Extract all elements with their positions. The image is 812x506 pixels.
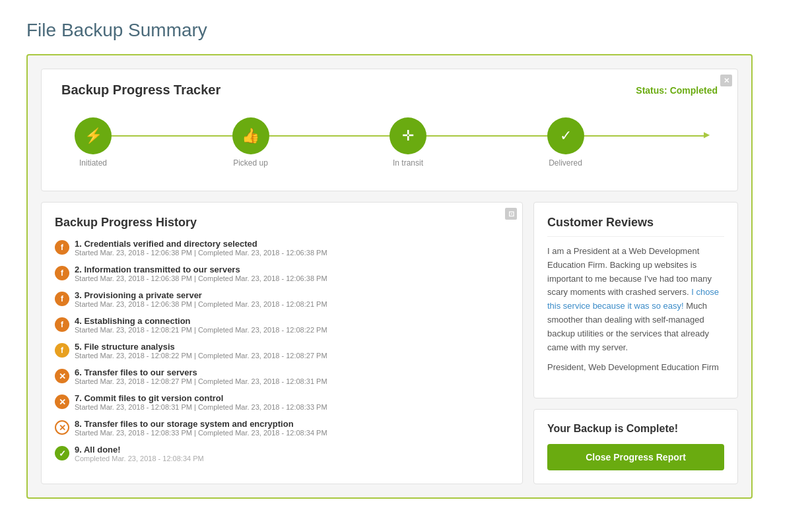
history-item-title-7: 7. Commit files to git version control — [75, 393, 327, 403]
history-item: ✓ 9. All done! Completed Mar. 23, 2018 -… — [55, 445, 509, 462]
history-item: f 4. Establishing a connection Started M… — [55, 316, 509, 334]
history-item-time-5: Started Mar. 23, 2018 - 12:08:22 PM | Co… — [75, 352, 327, 360]
history-title: Backup Progress History — [55, 216, 509, 230]
history-item-title-1: 1. Credentials verified and directory se… — [75, 239, 327, 249]
tracker-title: Backup Progress Tracker — [61, 82, 220, 98]
history-item-text-7: 7. Commit files to git version control S… — [75, 393, 327, 411]
step-circle-delivered: ✓ — [547, 117, 584, 154]
history-item-icon-5: f — [55, 343, 69, 358]
history-item: ✕ 8. Transfer files to our storage syste… — [55, 419, 509, 437]
history-item-title-6: 6. Transfer files to our servers — [75, 367, 327, 377]
history-item-text-3: 3. Provisioning a private server Started… — [75, 290, 327, 308]
history-item: ✕ 6. Transfer files to our servers Start… — [55, 367, 509, 385]
right-column: Customer Reviews I am a President at a W… — [533, 202, 738, 484]
reviews-section: Customer Reviews I am a President at a W… — [533, 202, 738, 398]
history-item-text-2: 2. Information transmitted to our server… — [75, 265, 327, 282]
history-item-title-4: 4. Establishing a connection — [75, 316, 327, 326]
history-item-time-4: Started Mar. 23, 2018 - 12:08:21 PM | Co… — [75, 326, 327, 334]
reviews-body: I am a President at a Web Development Ed… — [547, 245, 724, 354]
bottom-row: ⊡ Backup Progress History f 1. Credentia… — [41, 202, 738, 484]
history-item-icon-1: f — [55, 240, 69, 255]
step-initiated: ⚡ Initiated — [75, 117, 112, 168]
history-item: f 1. Credentials verified and directory … — [55, 239, 509, 257]
page-title: File Backup Summary — [26, 20, 786, 41]
history-item-title-2: 2. Information transmitted to our server… — [75, 265, 327, 274]
history-item-title-8: 8. Transfer files to our storage system … — [75, 419, 327, 429]
main-container: ✕ Backup Progress Tracker Status: Comple… — [26, 54, 753, 499]
history-item-text-5: 5. File structure analysis Started Mar. … — [75, 342, 327, 360]
tracker-status: Status: Completed — [636, 85, 718, 96]
history-item-icon-7: ✕ — [55, 395, 69, 409]
history-item-text-9: 9. All done! Completed Mar. 23, 2018 - 1… — [75, 445, 204, 462]
history-item-title-3: 3. Provisioning a private server — [75, 290, 327, 300]
step-circle-picked-up: 👍 — [232, 117, 269, 154]
step-circle-in-transit: ✛ — [389, 117, 426, 154]
connector-1 — [112, 135, 232, 137]
history-item-time-1: Started Mar. 23, 2018 - 12:06:38 PM | Co… — [75, 249, 327, 257]
step-in-transit: ✛ In transit — [389, 117, 426, 168]
step-label-picked-up: Picked up — [233, 158, 268, 168]
history-item: f 2. Information transmitted to our serv… — [55, 265, 509, 282]
reviews-body-part1: I am a President at a Web Development Ed… — [547, 246, 712, 297]
history-item-time-6: Started Mar. 23, 2018 - 12:08:27 PM | Co… — [75, 377, 327, 385]
complete-title: Your Backup is Complete! — [547, 423, 724, 435]
status-value: Completed — [670, 85, 718, 96]
connector-arrow — [584, 135, 705, 137]
history-item-icon-6: ✕ — [55, 369, 69, 383]
reviews-title: Customer Reviews — [547, 216, 724, 237]
step-label-initiated: Initiated — [79, 158, 107, 168]
history-item-time-8: Started Mar. 23, 2018 - 12:08:33 PM | Co… — [75, 429, 327, 437]
step-label-delivered: Delivered — [549, 158, 582, 168]
status-label: Status: — [636, 85, 667, 96]
history-item-text-1: 1. Credentials verified and directory se… — [75, 239, 327, 257]
history-item-title-5: 5. File structure analysis — [75, 342, 327, 352]
history-section: ⊡ Backup Progress History f 1. Credentia… — [41, 202, 523, 484]
history-item: f 3. Provisioning a private server Start… — [55, 290, 509, 308]
connector-2 — [269, 135, 390, 137]
step-circle-initiated: ⚡ — [75, 117, 112, 154]
history-item-text-6: 6. Transfer files to our servers Started… — [75, 367, 327, 385]
reviews-attribution: President, Web Development Education Fir… — [547, 362, 724, 372]
history-item-title-9: 9. All done! — [75, 445, 204, 455]
history-item-icon-8: ✕ — [55, 420, 69, 435]
tracker-close-button[interactable]: ✕ — [720, 75, 732, 86]
history-item-time-7: Started Mar. 23, 2018 - 12:08:31 PM | Co… — [75, 403, 327, 411]
history-item: f 5. File structure analysis Started Mar… — [55, 342, 509, 360]
steps-container: ⚡ Initiated 👍 Picked up ✛ In transit ✓ D… — [61, 111, 718, 174]
step-label-in-transit: In transit — [393, 158, 423, 168]
history-item-icon-2: f — [55, 266, 69, 280]
close-progress-report-button[interactable]: Close Progress Report — [547, 444, 724, 470]
history-item-time-3: Started Mar. 23, 2018 - 12:06:38 PM | Co… — [75, 300, 327, 308]
history-item-text-8: 8. Transfer files to our storage system … — [75, 419, 327, 437]
history-item-icon-4: f — [55, 317, 69, 332]
connector-3 — [426, 135, 547, 137]
tracker-header: Backup Progress Tracker Status: Complete… — [61, 82, 718, 98]
step-delivered: ✓ Delivered — [547, 117, 584, 168]
history-item-time-2: Started Mar. 23, 2018 - 12:06:38 PM | Co… — [75, 274, 327, 282]
history-item-icon-3: f — [55, 292, 69, 306]
history-item-time-9: Completed Mar. 23, 2018 - 12:08:34 PM — [75, 455, 204, 462]
history-item-icon-9: ✓ — [55, 446, 69, 460]
history-close-button[interactable]: ⊡ — [505, 208, 517, 220]
history-item-text-4: 4. Establishing a connection Started Mar… — [75, 316, 327, 334]
history-item: ✕ 7. Commit files to git version control… — [55, 393, 509, 411]
step-picked-up: 👍 Picked up — [232, 117, 269, 168]
tracker-section: ✕ Backup Progress Tracker Status: Comple… — [41, 69, 738, 191]
complete-section: Your Backup is Complete! Close Progress … — [533, 409, 738, 484]
